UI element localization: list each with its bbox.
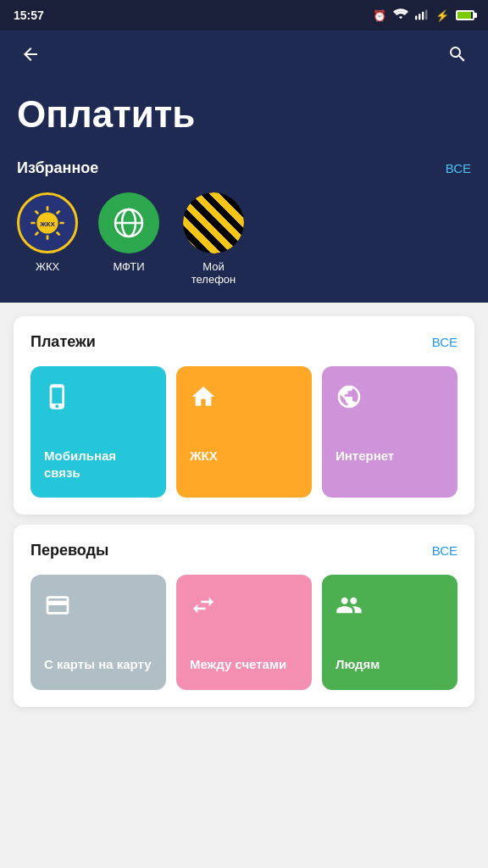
people-label: Людям (336, 656, 380, 673)
payments-title: Платежи (30, 333, 96, 351)
status-icons: ⏰ ⚡ (373, 8, 474, 23)
transfer-card-card2card[interactable]: С карты на карту (30, 575, 166, 690)
transfers-grid: С карты на карту Между счетами Люд (30, 575, 458, 690)
accounts-label: Между счетами (190, 656, 286, 673)
transfer-card-accounts[interactable]: Между счетами (176, 575, 312, 690)
card-icon (44, 592, 71, 622)
fav-label-mfti: МФТИ (113, 260, 144, 273)
payments-grid: Мобильная связь ЖКХ Интернет (30, 366, 458, 498)
zkkh-payment-label: ЖКХ (190, 448, 218, 465)
alarm-icon: ⏰ (373, 9, 386, 22)
back-button[interactable] (17, 41, 44, 73)
svg-line-12 (57, 211, 60, 214)
beeline-stripes (183, 192, 244, 253)
svg-line-10 (36, 211, 39, 214)
payments-section: Платежи ВСЕ Мобильная связь (14, 316, 474, 515)
people-icon (336, 592, 363, 622)
payments-see-all[interactable]: ВСЕ (432, 335, 458, 349)
main-content: Платежи ВСЕ Мобильная связь (0, 303, 488, 731)
payments-header: Платежи ВСЕ (30, 333, 458, 351)
svg-rect-3 (425, 9, 427, 19)
header-nav (17, 41, 471, 73)
favorites-see-all[interactable]: ВСЕ (446, 161, 471, 175)
svg-rect-2 (422, 11, 424, 19)
favorites-title: Избранное (17, 159, 98, 177)
arrows-icon (190, 592, 217, 622)
wifi-icon (393, 8, 408, 23)
header: Оплатить (0, 31, 488, 159)
charge-icon: ⚡ (435, 9, 449, 22)
globe-icon (336, 383, 363, 414)
card2card-label: С карты на карту (44, 656, 152, 673)
status-bar: 15:57 ⏰ ⚡ (0, 0, 488, 31)
transfers-see-all[interactable]: ВСЕ (432, 543, 458, 558)
svg-text:ЖКХ: ЖКХ (39, 220, 55, 228)
fav-icon-mfti (98, 192, 159, 253)
transfers-header: Переводы ВСЕ (30, 542, 458, 559)
mobile-icon (44, 383, 71, 414)
battery-icon (456, 10, 474, 20)
svg-rect-0 (415, 15, 417, 19)
favorites-header: Избранное ВСЕ (17, 159, 471, 177)
payment-card-zkkh[interactable]: ЖКХ (176, 366, 312, 498)
favorite-item-mfti[interactable]: МФТИ (98, 192, 159, 286)
svg-line-11 (57, 232, 60, 236)
fav-icon-zkkh: ЖКХ (17, 192, 78, 253)
payment-card-internet[interactable]: Интернет (322, 366, 458, 498)
transfers-title: Переводы (30, 542, 108, 559)
page-title: Оплатить (17, 93, 471, 136)
svg-line-13 (36, 232, 39, 236)
favorite-item-phone[interactable]: Мой телефон (180, 192, 247, 286)
internet-label: Интернет (336, 448, 394, 465)
transfer-card-people[interactable]: Людям (322, 575, 458, 690)
favorites-row: ЖКХ ЖКХ (17, 192, 471, 286)
search-button[interactable] (444, 41, 471, 73)
status-time: 15:57 (14, 8, 44, 22)
payment-card-mobile[interactable]: Мобильная связь (30, 366, 166, 498)
signal-icon (415, 8, 429, 23)
favorite-item-zkkh[interactable]: ЖКХ ЖКХ (17, 192, 78, 286)
svg-rect-1 (419, 14, 420, 19)
home-icon (190, 383, 217, 414)
fav-label-phone: Мой телефон (180, 260, 247, 286)
fav-label-zkkh: ЖКХ (36, 260, 59, 273)
favorites-section: Избранное ВСЕ ЖКХ (0, 159, 488, 303)
fav-icon-phone (183, 192, 244, 253)
mobile-label: Мобильная связь (44, 448, 152, 481)
transfers-section: Переводы ВСЕ С карты на карту (14, 525, 474, 707)
